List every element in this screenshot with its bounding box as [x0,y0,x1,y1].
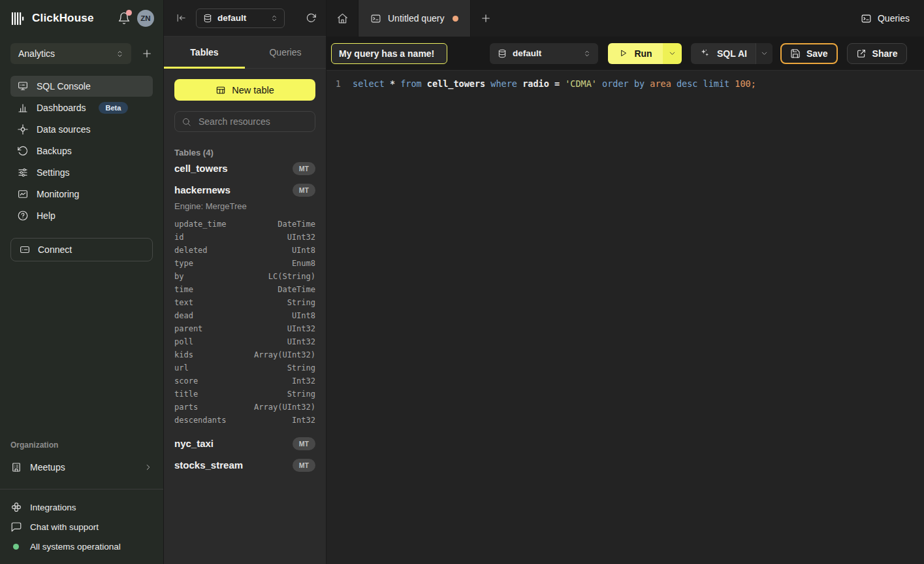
sql-ai-button[interactable]: SQL AI [691,43,756,64]
resources-panel: default Tables Queries New table [163,0,327,564]
new-table-button[interactable]: New table [174,79,315,101]
sql-token: select [353,77,390,90]
resources-content: New table Tables (4) cell_towers MT hack… [164,69,326,564]
sidebar-item-dashboards[interactable]: Dashboards Beta [10,97,153,118]
sliders-icon [17,167,29,178]
building-icon [10,461,22,473]
engine-badge: MT [293,184,315,197]
organization-heading: Organization [10,440,153,450]
share-button-label: Share [872,48,898,59]
new-table-label: New table [232,85,274,95]
refresh-icon[interactable] [306,12,317,24]
sql-ai-caret[interactable] [756,43,773,64]
run-options-caret[interactable] [663,43,682,64]
column-row: textString [174,296,315,309]
sidebar-item-backups[interactable]: Backups [10,141,153,161]
organization-section: Organization Meetups [0,440,163,478]
column-row: descendantsInt32 [174,414,315,427]
database-selector[interactable]: default [196,8,285,28]
main-area: Untitled query Queries default [327,0,924,564]
sidebar-item-meetups[interactable]: Meetups [10,456,153,478]
monitor-icon [17,80,29,92]
sql-editor[interactable]: 1select * from cell_towers where radio =… [327,71,924,564]
column-row: titleString [174,388,315,401]
bar-chart-icon [17,102,29,114]
workspace-row: Analytics [0,37,163,67]
search-icon [182,117,191,127]
sql-token: order [602,77,634,90]
sql-token: by [634,77,650,90]
workspace-selector-value: Analytics [18,48,55,59]
column-row: byLC(String) [174,270,315,283]
save-floppy-icon [790,48,801,59]
run-button-group: Run [608,43,682,64]
workspace-selector[interactable]: Analytics [10,43,131,64]
toolbar-database-selector[interactable]: default [490,43,598,64]
column-row: typeEnum8 [174,257,315,270]
beta-badge: Beta [99,102,129,114]
tab-tables[interactable]: Tables [164,37,245,68]
chat-support-link[interactable]: Chat with support [10,517,153,537]
sql-token: limit [703,77,735,90]
sidebar-item-label: Backups [37,146,72,156]
chevrons-updown-icon [115,49,125,59]
sql-token: cell_towers [427,77,491,90]
line-number: 1 [333,77,341,90]
table-row-nyc-taxi[interactable]: nyc_taxi MT [174,433,315,454]
column-row: urlString [174,361,315,374]
column-row: deletedUInt8 [174,244,315,257]
sidebar-item-label: Monitoring [37,189,79,199]
sql-token: where [490,77,522,90]
table-name: nyc_taxi [174,438,214,449]
query-name-input[interactable] [331,43,447,64]
engine-badge: MT [293,162,315,175]
connect-button[interactable]: Connect [10,238,153,261]
avatar[interactable]: ZN [137,10,154,27]
integrations-link[interactable]: Integrations [10,497,153,517]
table-name: stocks_stream [174,459,243,471]
engine-badge: MT [293,459,315,472]
queries-button-label: Queries [878,13,910,24]
sidebar: ClickHouse ZN Analytics [0,0,163,564]
play-icon [618,48,628,58]
sidebar-item-monitoring[interactable]: Monitoring [10,184,153,205]
sidebar-item-help[interactable]: Help [10,205,153,226]
run-button[interactable]: Run [608,43,663,64]
sidebar-header: ClickHouse ZN [0,0,163,37]
terminal-icon [861,13,872,24]
save-button[interactable]: Save [780,43,838,64]
column-row: partsArray(UInt32) [174,401,315,414]
home-button[interactable] [327,0,358,37]
engine-badge: MT [293,437,315,450]
sidebar-item-settings[interactable]: Settings [10,162,153,183]
help-circle-icon [17,210,29,222]
system-status-link[interactable]: All systems operational [10,537,153,556]
queries-button[interactable]: Queries [861,0,910,37]
sidebar-item-sql-console[interactable]: SQL Console [10,76,153,97]
tab-queries[interactable]: Queries [245,37,326,68]
sql-token: 100; [735,77,756,90]
engine-detail: Engine: MergeTree [174,201,315,211]
column-list: update_timeDateTime idUInt32 deletedUInt… [174,218,315,427]
add-workspace-button[interactable] [141,48,153,59]
table-row-stocks-stream[interactable]: stocks_stream MT [174,454,315,476]
sidebar-item-data-sources[interactable]: Data sources [10,119,153,140]
connect-icon [19,244,31,256]
unsaved-changes-dot [453,16,458,22]
share-button[interactable]: Share [847,43,907,64]
new-query-tab-button[interactable] [471,0,501,37]
sidebar-nav: SQL Console Dashboards Beta Data sources [0,67,163,226]
table-row-cell-towers[interactable]: cell_towers MT [174,158,315,179]
footer-item-label: Integrations [30,503,76,512]
collapse-panel-icon[interactable] [176,12,187,24]
activity-chart-icon [17,188,29,200]
search-input[interactable] [197,116,308,127]
column-row: parentUInt32 [174,322,315,335]
column-row: pollUInt32 [174,335,315,348]
app: ClickHouse ZN Analytics [0,0,924,564]
sql-token: 'CDMA' [565,77,602,90]
table-row-hackernews[interactable]: hackernews MT [174,179,315,201]
notifications-bell-icon[interactable] [118,12,131,25]
toolbar-database-value: default [513,48,541,58]
query-tab[interactable]: Untitled query [358,0,471,37]
